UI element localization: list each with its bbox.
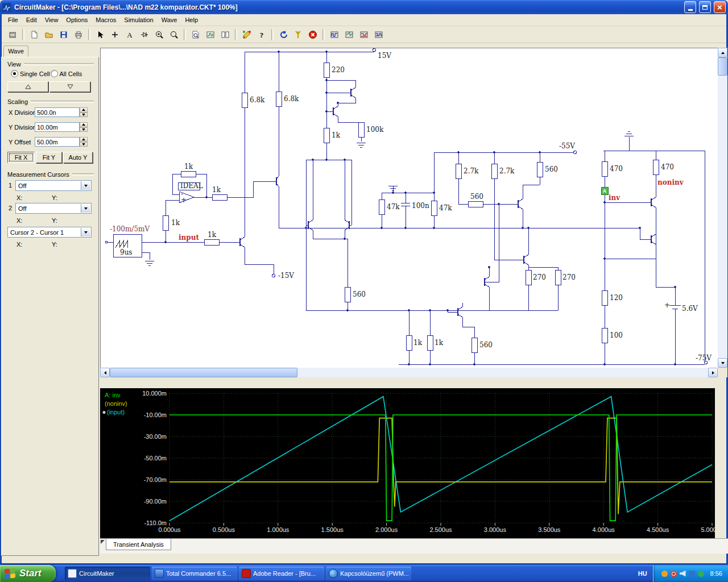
scroll-up-arrow-icon[interactable] [718, 48, 727, 57]
schematic-label: 470 [661, 163, 674, 171]
horizontal-scroll-thumb[interactable] [110, 368, 297, 377]
schematic-label: 100k [366, 126, 384, 134]
schematic-label: -75V [696, 354, 712, 362]
menu-help[interactable]: Help [181, 15, 202, 24]
update-icon[interactable] [661, 571, 668, 577]
waveform-plot[interactable]: 0.000us0.500us1.000us1.500us2.000us2.500… [100, 388, 715, 538]
taskbar-button-circuitmaker[interactable]: CircuitMaker [65, 567, 150, 580]
wire-plus-icon[interactable] [107, 27, 122, 41]
menu-wave[interactable]: Wave [158, 15, 181, 24]
y-division-stepper[interactable] [80, 122, 88, 132]
menu-file[interactable]: File [4, 15, 22, 24]
toolbar-separator [184, 29, 186, 40]
probe-tool-icon[interactable] [291, 27, 305, 41]
wire-junction [344, 159, 345, 160]
tab-transient-analysis[interactable]: Transient Analysis [106, 539, 171, 550]
wire-junction [305, 227, 307, 228]
messenger-icon[interactable] [698, 571, 704, 577]
y-offset-stepper[interactable] [80, 137, 88, 147]
menu-view[interactable]: View [41, 15, 63, 24]
scroll-up-button[interactable] [7, 81, 48, 92]
horizontal-scrollbar[interactable] [100, 368, 718, 377]
cursor-diff-select[interactable]: Cursor 2 - Cursor 1 [7, 227, 92, 238]
zoom-tool-icon[interactable] [167, 27, 181, 41]
taskbar-button-total-commander[interactable]: Total Commander 6.5... [152, 567, 237, 580]
circuitmaker-icon [68, 569, 77, 578]
waveform-view-2-icon[interactable] [342, 27, 357, 41]
fit-x-button[interactable]: Fit X [7, 152, 35, 163]
cursor-diff-x-label: X: [16, 241, 22, 248]
waveform-view-4-icon[interactable] [371, 27, 386, 41]
open-file-icon[interactable] [42, 27, 56, 41]
wire-junction [344, 238, 345, 239]
rerun-simulation-icon[interactable] [276, 27, 291, 41]
tab-scroll-marker [101, 540, 105, 544]
close-button[interactable]: × [714, 1, 726, 13]
y-tick-label: -90.00m [144, 498, 167, 505]
cursor2-num: 2 [9, 205, 12, 211]
y-division-input[interactable]: 10.00m [35, 122, 80, 132]
network-icon[interactable] [689, 571, 695, 577]
waveform-view-3-icon[interactable] [357, 27, 371, 41]
schematic-label: 100 [610, 331, 623, 339]
radio-all-cells[interactable]: All Cells [51, 70, 82, 77]
legend-item[interactable]: A: inv [105, 392, 121, 398]
schematic-canvas[interactable]: 15V2206.8k6.8k100k1k-55V2.7k2.7k56047047… [100, 48, 718, 368]
taskbar-button-browser[interactable]: Kapcsolóüzemű (PWM... [326, 567, 411, 580]
menu-edit[interactable]: Edit [22, 15, 41, 24]
print-icon[interactable] [71, 27, 86, 41]
fit-y-button[interactable]: Fit Y [36, 152, 62, 163]
wire-junction [433, 227, 435, 228]
wire-junction [674, 363, 676, 365]
radio-single-cell-icon [11, 70, 18, 77]
parts-browser-icon[interactable] [5, 27, 20, 41]
cursor1-value: Off [18, 182, 26, 189]
new-file-icon[interactable] [27, 27, 42, 41]
legend-item[interactable]: (input) [107, 409, 125, 415]
scope-view-icon[interactable] [203, 27, 218, 41]
menu-options[interactable]: Options [62, 15, 92, 24]
legend-item[interactable]: (noninv) [105, 400, 127, 407]
taskbar-button-adobe-reader[interactable]: Adobe Reader - [Bru... [239, 567, 324, 580]
find-page-icon[interactable] [188, 27, 203, 41]
antivirus-icon[interactable] [671, 571, 677, 577]
select-arrow-icon[interactable] [93, 27, 107, 41]
help-icon[interactable]: ? [254, 27, 269, 41]
wire-junction [488, 266, 490, 268]
cursor2-select[interactable]: Off [15, 203, 92, 214]
scroll-left-arrow-icon[interactable] [100, 368, 110, 377]
split-view-icon[interactable] [218, 27, 233, 41]
x-division-stepper[interactable] [80, 107, 88, 117]
language-indicator[interactable]: HU [632, 570, 653, 577]
minimize-button[interactable] [684, 1, 696, 13]
radio-single-cell[interactable]: Single Cell [11, 70, 50, 77]
zoom-in-icon[interactable] [152, 27, 167, 41]
menu-simulation[interactable]: Simulation [120, 15, 157, 24]
chevron-down-icon [81, 204, 90, 213]
x-tick-label: 4.500us [647, 526, 669, 533]
toolbar-separator [322, 29, 325, 40]
auto-y-button[interactable]: Auto Y [63, 152, 93, 163]
toolbar: A ? [2, 26, 726, 43]
restore-button[interactable] [699, 1, 711, 13]
scroll-right-arrow-icon[interactable] [708, 368, 718, 377]
tab-wave[interactable]: Wave [3, 45, 28, 57]
save-file-icon[interactable] [56, 27, 71, 41]
start-button[interactable]: Start [0, 565, 56, 582]
menu-bar: FileEditViewOptionsMacrosSimulationWaveH… [2, 14, 726, 26]
scroll-down-button[interactable] [49, 81, 90, 92]
vertical-scroll-thumb[interactable] [718, 57, 727, 76]
cursor1-select[interactable]: Off [15, 180, 92, 191]
vertical-scrollbar[interactable] [718, 48, 727, 368]
text-tool-icon[interactable]: A [122, 27, 137, 41]
waveform-view-1-icon[interactable] [327, 27, 342, 41]
diode-tool-icon[interactable] [137, 27, 152, 41]
volume-icon[interactable] [680, 571, 686, 577]
menu-macros[interactable]: Macros [92, 15, 120, 24]
y-tick-label: -70.00m [144, 476, 167, 483]
scroll-down-arrow-icon[interactable] [718, 358, 727, 368]
y-offset-input[interactable]: 50.00m [35, 137, 80, 147]
stop-simulation-icon[interactable] [305, 27, 320, 41]
probe-edit-icon[interactable] [239, 27, 254, 41]
x-division-input[interactable]: 500.0n [35, 107, 80, 117]
